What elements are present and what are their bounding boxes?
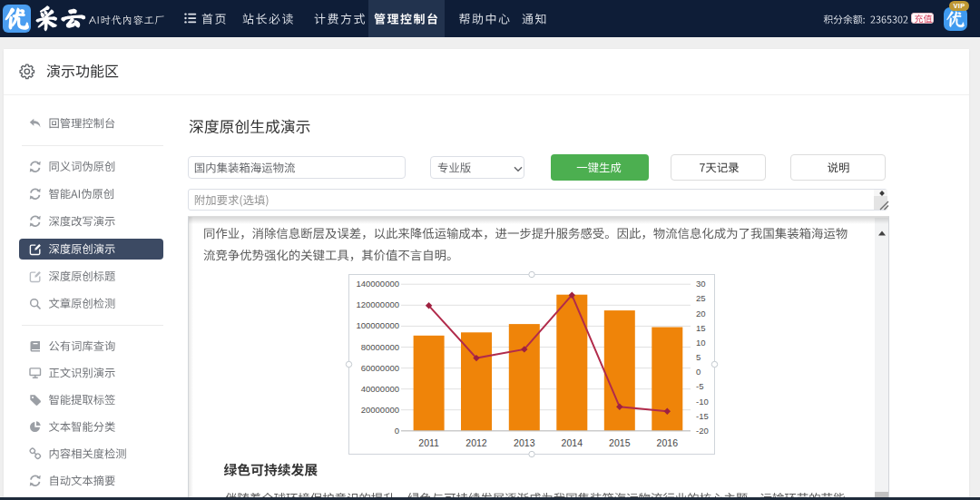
svg-text:2011: 2011 (418, 437, 439, 448)
svg-text:40000000: 40000000 (361, 384, 399, 394)
svg-text:120000000: 120000000 (356, 299, 399, 309)
svg-text:80000000: 80000000 (361, 342, 399, 352)
svg-text:-5: -5 (696, 381, 703, 391)
svg-text:15: 15 (696, 323, 706, 333)
svg-text:2012: 2012 (466, 437, 487, 448)
svg-text:2016: 2016 (657, 437, 679, 448)
svg-text:-20: -20 (696, 426, 709, 436)
svg-text:2013: 2013 (514, 437, 535, 448)
svg-text:-10: -10 (696, 397, 709, 407)
svg-text:-15: -15 (696, 411, 709, 421)
svg-text:2015: 2015 (609, 437, 631, 448)
svg-text:20: 20 (696, 309, 706, 319)
svg-text:0: 0 (696, 367, 701, 377)
svg-text:0: 0 (395, 426, 399, 436)
svg-text:20000000: 20000000 (361, 405, 399, 415)
svg-text:10: 10 (696, 338, 706, 348)
svg-text:140000000: 140000000 (356, 279, 399, 289)
svg-text:60000000: 60000000 (361, 363, 399, 373)
svg-text:100000000: 100000000 (356, 320, 399, 330)
svg-text:2014: 2014 (562, 437, 583, 448)
svg-text:25: 25 (696, 293, 706, 303)
svg-text:30: 30 (696, 279, 706, 289)
svg-text:5: 5 (696, 352, 701, 362)
